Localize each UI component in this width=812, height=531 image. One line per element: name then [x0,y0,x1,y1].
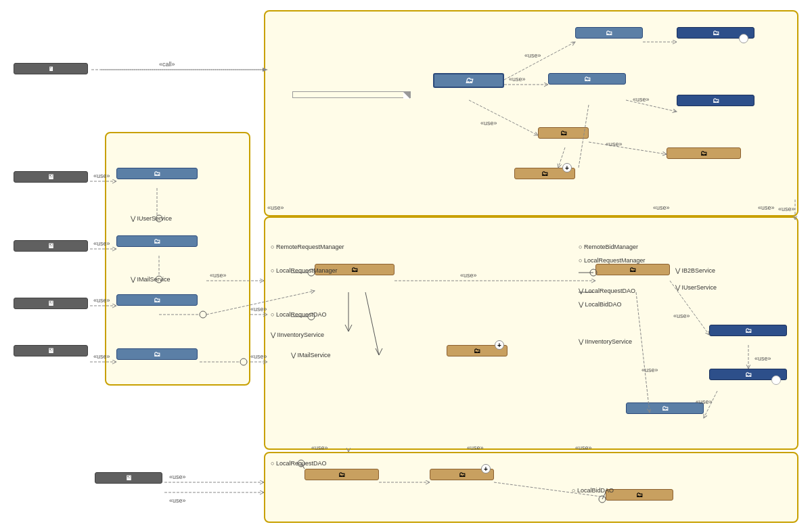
rdbms-comp: 🖥 [95,472,162,484]
svg-text:«call»: «call» [159,61,175,68]
web-browser-comp: 🖥 [14,63,88,74]
mom-comp: 🖥 [14,240,88,252]
request-dao-comp: 🗂 [304,469,379,480]
bll-package-comp: 🗂 + [447,345,508,356]
utility-classes-pl-comp: 🗂 [548,73,626,85]
b2b-service-comp: 🗂 [116,235,198,247]
local-bid-dao-dal: ○ LocalBidDAO [572,487,614,494]
web-framework-plus: + [739,34,748,43]
jsps-comp: 🗂 [538,127,589,139]
iinventory-label2: ⋁ IInventoryService [579,338,632,345]
dal-package-comp: 🗂 + [430,469,494,480]
iuserservice-bm-label: ⋁ IUserService [675,284,717,291]
local-req-dao-dal: ○ LocalRequestDAO [271,460,326,467]
imail-label: ⋁ IMailService [291,352,331,359]
ldap-server-comp: 🖥 [14,171,88,183]
local-request-dao-label: ○ LocalRequestDAO [271,311,326,318]
local-request-mgr-label1: ○ LocalRequestManager [271,267,338,274]
interceptors-comp: 🗂 [709,325,787,336]
dal-package-plus: + [481,464,491,474]
bid-dao-comp: 🗂 [606,489,673,501]
static-package-comp: 🗂 [667,147,741,159]
pl-package-comp: 🗂 + [514,168,575,179]
inventory-service-comp: 🗂 [116,348,198,360]
bid-manager-comp: 🗂 [595,264,670,275]
business-framework-comp: 🗂 + [709,369,787,380]
imailservice-label: ⋁ IMailService [131,276,171,283]
svg-text:«use»: «use» [169,474,186,480]
iuserservice-label: ⋁ IUserService [131,215,172,222]
mail-service-comp: 🗂 [116,294,198,306]
controller-comp: 🗂 [433,73,504,88]
pl-package-plus: + [562,163,572,172]
user-service-comp: 🗂 [116,168,198,179]
email-server-comp: 🖥 [14,298,88,309]
remote-request-mgr-label: ○ RemoteRequestManager [271,244,344,250]
local-bid-dao-label: ⋁ LocalBidDAO [579,301,622,308]
local-request-mgr-label2: ○ LocalRequestManager [579,257,646,264]
bll-package-plus: + [495,340,504,350]
remote-bid-mgr-label: ○ RemoteBidManager [579,244,638,250]
gui-components-comp: 🗂 [677,95,754,106]
filters-comp: 🗂 [575,27,643,39]
utility-classes-bll-comp: 🗂 [626,402,704,414]
local-request-dao-label2: ⋁ LocalRequestDAO [579,287,635,294]
business-framework-plus: + [771,375,781,385]
dal-layer [264,452,798,523]
inventory-system-comp: 🖥 [14,345,88,356]
ib2b-label: ⋁ IB2BService [675,267,715,274]
presentation-layer [264,10,798,216]
iinventory-label1: ⋁ IInventoryService [271,331,324,338]
svg-text:«use»: «use» [169,497,186,504]
mvc-note [292,91,411,98]
web-framework-comp: 🗂 + [677,27,754,39]
